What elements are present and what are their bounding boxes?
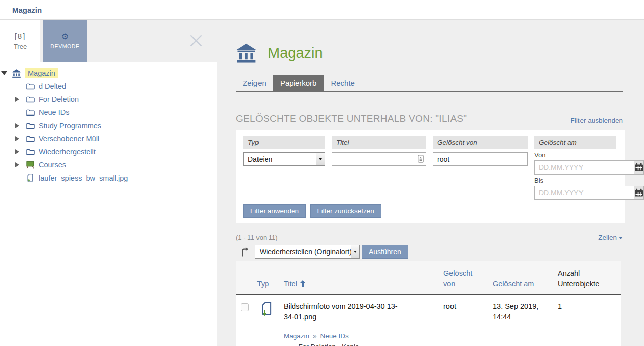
- sidebar-header: [8] Tree ⚙ DEVMODE: [0, 20, 217, 62]
- filter-label-geloescht-am: Gelöscht am: [534, 136, 616, 149]
- page-title: Magazin: [268, 45, 323, 62]
- tree-item-verschobener-muell[interactable]: Verschobener Müll: [0, 132, 217, 145]
- calendar-icon: [634, 163, 643, 172]
- calendar-icon: [634, 188, 643, 197]
- tree-item-label[interactable]: For Deletion: [39, 95, 79, 103]
- autocomplete-icon: [418, 155, 424, 165]
- main-content: Magazin Zeigen Papierkorb Rechte GELÖSCH…: [217, 20, 644, 346]
- filter-label-geloescht-von: Gelöscht von: [433, 136, 528, 149]
- row-checkbox[interactable]: [241, 303, 249, 311]
- chevron-down-icon[interactable]: [351, 245, 359, 258]
- tree-item-label[interactable]: Courses: [39, 161, 66, 169]
- hide-filter-link[interactable]: Filter ausblenden: [570, 117, 623, 124]
- folder-icon: [25, 96, 35, 103]
- tree-item-neue-ids[interactable]: Neue IDs: [0, 106, 217, 119]
- expander-icon[interactable]: [15, 162, 25, 167]
- tree-item-study-programmes[interactable]: Study Programmes: [0, 119, 217, 132]
- folder-icon: [25, 148, 35, 156]
- row-deleted-by: root: [443, 301, 493, 322]
- tree-item-courses[interactable]: Courses: [0, 158, 217, 171]
- tree-icon: [8]: [15, 32, 26, 40]
- typ-select-value: Dateien: [244, 155, 316, 163]
- bis-label: Bis: [534, 177, 616, 184]
- tree-item-label[interactable]: laufer_spiess_bw_small.jpg: [39, 174, 128, 182]
- path-crumb[interactable]: Magazin: [284, 332, 309, 340]
- expander-icon[interactable]: [1, 71, 11, 75]
- tree-item-magazin[interactable]: Magazin: [0, 67, 217, 80]
- tree-item-wiederhergestellt[interactable]: Wiederhergestellt: [0, 145, 217, 158]
- column-geloescht-von[interactable]: Gelöscht von: [443, 268, 480, 290]
- date-von-input[interactable]: [534, 160, 634, 175]
- tree-item-laufer-jpg[interactable]: laufer_spiess_bw_small.jpg: [0, 171, 217, 185]
- path-crumb[interactable]: Neue IDs: [320, 332, 349, 340]
- folder-icon: [25, 122, 35, 130]
- trash-table: Typ Titel Gelöscht von Gelöscht am Anzah…: [236, 261, 621, 346]
- date-bis-input[interactable]: [534, 186, 634, 200]
- row-deleted-at: 13. Sep 2019, 14:44: [493, 301, 541, 322]
- row-title: Bildschirmfoto vom 2019-04-30 13-34-01.p…: [284, 301, 405, 322]
- folder-icon: [25, 83, 35, 90]
- column-geloescht-am[interactable]: Gelöscht am: [493, 279, 558, 290]
- filter-reset-button[interactable]: Filter zurücksetzen: [310, 204, 381, 218]
- filter-panel: Typ Dateien Titel: [236, 130, 625, 223]
- repository-tree-sidebar: [8] Tree ⚙ DEVMODE Magazin d Delted: [0, 20, 217, 346]
- von-label: Von: [534, 151, 616, 159]
- execute-button[interactable]: Ausführen: [362, 245, 408, 259]
- tab-bar: Zeigen Papierkorb Rechte: [236, 75, 623, 92]
- table-row: Bildschirmfoto vom 2019-04-30 13-34-01.p…: [236, 295, 621, 346]
- rows-menu-link[interactable]: Zeilen: [598, 234, 623, 241]
- top-bar: Magazin: [0, 0, 644, 20]
- expander-icon[interactable]: [15, 149, 25, 154]
- filter-apply-button[interactable]: Filter anwenden: [243, 204, 306, 218]
- expander-icon[interactable]: [15, 136, 25, 141]
- devmode-label: DEVMODE: [50, 43, 79, 49]
- tree-item-for-deletion[interactable]: For Deletion: [0, 93, 217, 106]
- tree-item-label[interactable]: Verschobener Müll: [39, 135, 99, 143]
- column-typ[interactable]: Typ: [257, 279, 284, 290]
- action-select-value: Wiederherstellen (Originalort): [255, 248, 351, 256]
- typ-select[interactable]: Dateien: [243, 152, 325, 166]
- tree-item-label[interactable]: Study Programmes: [39, 122, 101, 130]
- close-sidebar-button[interactable]: [186, 31, 206, 50]
- tree-item-label[interactable]: Magazin: [25, 68, 58, 78]
- devmode-button[interactable]: ⚙ DEVMODE: [43, 20, 87, 62]
- file-icon: [261, 302, 284, 322]
- expander-icon[interactable]: [15, 97, 25, 102]
- repository-icon: [236, 42, 257, 64]
- apply-to-selection-icon: [241, 247, 249, 257]
- table-header: Typ Titel Gelöscht von Gelöscht am Anzah…: [236, 261, 621, 295]
- section-title: GELÖSCHTE OBJEKTE UNTERHALB VON: "ILIAS": [236, 113, 467, 124]
- path-separator: »: [291, 343, 295, 346]
- calendar-button[interactable]: [634, 186, 644, 200]
- sort-ascending-icon: [300, 280, 305, 287]
- calendar-button[interactable]: [634, 160, 644, 175]
- topbar-title[interactable]: Magazin: [12, 6, 42, 14]
- action-select[interactable]: Wiederherstellen (Originalort): [255, 245, 360, 259]
- tree-tab-label: Tree: [14, 43, 27, 50]
- filter-label-typ: Typ: [243, 136, 325, 149]
- row-subobjects: 1: [558, 301, 621, 322]
- gear-icon: ⚙: [61, 33, 69, 41]
- repository-tree: Magazin d Delted For Deletion Neue IDs: [0, 62, 217, 185]
- titel-input[interactable]: [332, 152, 426, 166]
- pagination-info: (1 - 11 von 11): [236, 234, 278, 241]
- tree-item-label[interactable]: Wiederhergestellt: [39, 148, 96, 156]
- path-separator: »: [313, 332, 317, 340]
- tab-papierkorb[interactable]: Papierkorb: [273, 75, 324, 91]
- tab-rechte[interactable]: Rechte: [324, 75, 362, 91]
- column-anzahl-unterobjekte: Anzahl Unterobjekte: [558, 268, 608, 290]
- folder-icon: [25, 135, 35, 143]
- geloescht-von-input[interactable]: [433, 152, 528, 166]
- tree-tab[interactable]: [8] Tree: [0, 20, 40, 62]
- tree-item-label[interactable]: d Delted: [39, 82, 66, 90]
- tree-item-label[interactable]: Neue IDs: [39, 108, 69, 117]
- tree-item-d-delted[interactable]: d Delted: [0, 80, 217, 93]
- column-titel[interactable]: Titel: [284, 280, 297, 288]
- row-path: Magazin»Neue IDs »For Deletion - Kopie: [284, 331, 621, 346]
- expander-icon[interactable]: [15, 123, 25, 128]
- path-crumb-last: For Deletion - Kopie: [299, 343, 359, 346]
- chevron-down-icon[interactable]: [316, 153, 325, 165]
- file-icon: [25, 174, 35, 183]
- caret-down-icon: [619, 237, 623, 239]
- tab-zeigen[interactable]: Zeigen: [236, 75, 273, 91]
